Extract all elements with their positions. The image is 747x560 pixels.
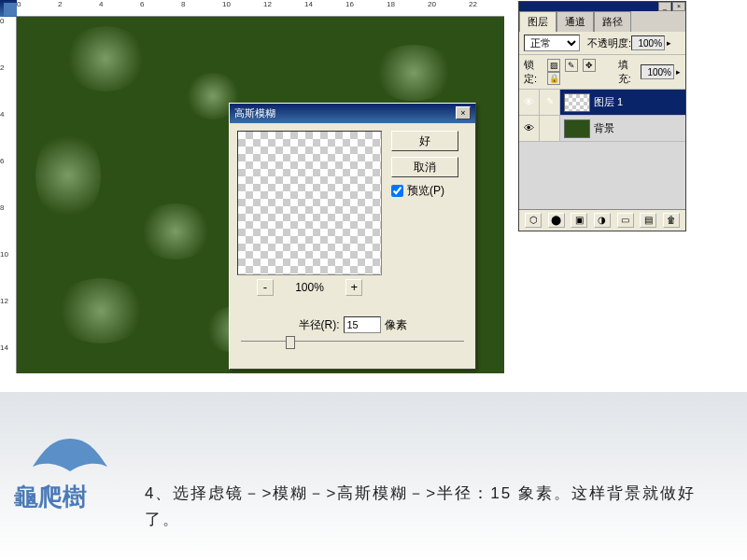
tab-1[interactable]: 通道 <box>557 11 594 32</box>
ruler-tick: 14 <box>304 0 313 8</box>
edit-icon[interactable]: ✎ <box>540 90 560 115</box>
ruler-tick: 2 <box>0 63 4 72</box>
layer-list: 👁✎图层 1👁背景 <box>519 90 685 209</box>
ruler-tick: 18 <box>387 0 395 8</box>
footer: 龜爬樹 4、选择虑镜－>模糊－>高斯模糊－>半径：15 象素。这样背景就做好了。 <box>0 392 747 560</box>
ruler-tick: 10 <box>0 250 8 259</box>
ruler-tick: 12 <box>0 297 8 305</box>
ruler-tick: 8 <box>0 203 4 212</box>
edit-icon[interactable] <box>540 116 560 141</box>
tab-2[interactable]: 路径 <box>594 11 631 32</box>
blend-mode-select[interactable]: 正常 <box>524 35 580 51</box>
ruler-tick: 10 <box>222 0 231 8</box>
lock-icons: ▨ ✎ ✥ 🔒 <box>546 59 613 85</box>
radius-label: 半径(R): <box>299 317 340 333</box>
visibility-icon[interactable]: 👁 <box>519 90 540 115</box>
footer-text: 4、选择虑镜－>模糊－>高斯模糊－>半径：15 象素。这样背景就做好了。 <box>145 481 719 533</box>
layer-name: 图层 1 <box>594 95 623 109</box>
fill-label: 填充: <box>618 58 641 86</box>
fill-arrow-icon[interactable]: ▸ <box>676 67 681 77</box>
panel-bottom-toolbar: ⬡ ⬤ ▣ ◑ ▭ ▤ 🗑 <box>519 209 685 231</box>
lock-label: 锁定: <box>524 58 546 86</box>
opacity-label: 不透明度: <box>587 36 631 50</box>
cancel-button[interactable]: 取消 <box>391 157 458 177</box>
link-icon[interactable]: ⬡ <box>525 213 542 228</box>
radius-slider[interactable] <box>241 341 464 359</box>
opacity-arrow-icon[interactable]: ▸ <box>667 38 671 48</box>
ruler-tick: 6 <box>0 157 4 165</box>
ruler-tick: 2 <box>58 0 62 8</box>
ruler-tick: 0 <box>0 17 4 25</box>
lock-position-icon[interactable]: ✥ <box>583 59 596 72</box>
ruler-tick: 20 <box>428 0 436 8</box>
folder-icon[interactable]: ▭ <box>617 213 634 228</box>
ruler-tick: 16 <box>345 0 354 8</box>
layer-thumbnail[interactable] <box>564 119 590 138</box>
fx-icon[interactable]: ⬤ <box>548 213 565 228</box>
panel-top-bar: _ × <box>519 2 685 11</box>
ruler-tick: 0 <box>17 0 21 8</box>
adjustment-icon[interactable]: ◑ <box>594 213 611 228</box>
ruler-tick: 22 <box>469 0 477 8</box>
ok-button[interactable]: 好 <box>391 131 458 151</box>
slider-thumb[interactable] <box>286 336 295 349</box>
ruler-tick: 4 <box>99 0 103 8</box>
layer-thumbnail[interactable] <box>564 93 590 112</box>
preview-box[interactable] <box>237 131 382 275</box>
lock-transparency-icon[interactable]: ▨ <box>547 59 560 72</box>
trash-icon[interactable]: 🗑 <box>663 213 680 228</box>
zoom-in-button[interactable]: + <box>345 279 362 296</box>
panel-close-button[interactable]: × <box>672 2 685 11</box>
radius-unit: 像素 <box>385 317 407 333</box>
dialog-close-button[interactable]: × <box>456 106 471 119</box>
ruler-tick: 6 <box>140 0 144 8</box>
layer-item[interactable]: 👁背景 <box>519 116 685 142</box>
new-layer-icon[interactable]: ▤ <box>640 213 656 228</box>
preview-label: 预览(P) <box>407 183 444 199</box>
dialog-title-bar[interactable]: 高斯模糊 × <box>230 104 475 123</box>
layers-panel: _ × 图层通道路径 正常 不透明度: ▸ 锁定: ▨ ✎ ✥ 🔒 填充: ▸ … <box>518 1 686 231</box>
tab-0[interactable]: 图层 <box>519 11 557 32</box>
panel-minimize-button[interactable]: _ <box>658 2 671 11</box>
panel-tabs: 图层通道路径 <box>519 11 685 32</box>
preview-checkbox[interactable] <box>391 185 403 197</box>
vertical-ruler: 02468101214 <box>0 17 17 373</box>
lock-all-icon[interactable]: 🔒 <box>547 72 560 85</box>
horizontal-ruler: 0246810121416182022 <box>17 0 504 17</box>
app-icon <box>4 3 17 16</box>
fill-input[interactable] <box>641 64 674 79</box>
mask-icon[interactable]: ▣ <box>571 213 587 228</box>
logo: 龜爬樹 <box>14 434 126 513</box>
ruler-tick: 14 <box>0 343 8 352</box>
gaussian-blur-dialog: 高斯模糊 × - 100% + 好 取消 预览(P) 半径(R): 像素 <box>229 103 476 370</box>
zoom-out-button[interactable]: - <box>257 279 274 296</box>
radius-input[interactable] <box>344 316 381 333</box>
ruler-tick: 12 <box>263 0 272 8</box>
layer-name: 背景 <box>594 121 614 135</box>
dialog-title: 高斯模糊 <box>234 106 275 120</box>
lock-paint-icon[interactable]: ✎ <box>565 59 578 72</box>
visibility-icon[interactable]: 👁 <box>519 116 540 141</box>
layer-item[interactable]: 👁✎图层 1 <box>519 90 685 116</box>
ruler-tick: 4 <box>0 110 4 119</box>
ruler-tick: 8 <box>181 0 185 8</box>
zoom-label: 100% <box>295 281 324 294</box>
opacity-input[interactable] <box>631 35 665 50</box>
